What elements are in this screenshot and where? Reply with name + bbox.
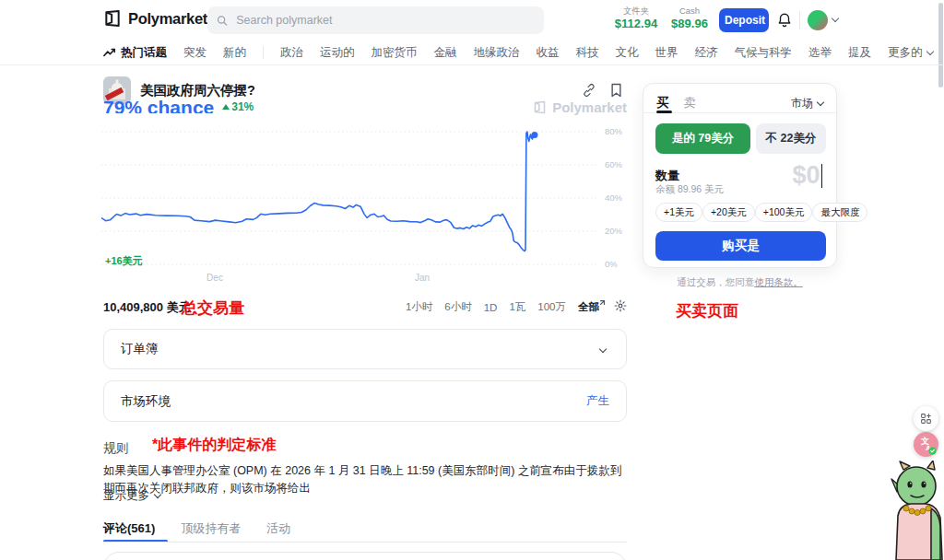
cash-label: Cash <box>669 6 710 16</box>
portfolio-label: 文件夹 <box>614 6 658 16</box>
market-context-card: 市场环境 产生 <box>103 380 627 422</box>
show-more-button[interactable]: 显示更多 <box>103 488 160 504</box>
nav-item[interactable]: 提及 <box>848 45 871 61</box>
timeframe-group: 1小时6小时1D1瓦100万全部 <box>406 300 599 314</box>
timeframe-button[interactable]: 100万 <box>537 300 566 314</box>
translate-widget-button[interactable]: 文 A <box>914 432 938 457</box>
quick-amount-chip[interactable]: 最大限度 <box>812 203 867 222</box>
chart-watermark: Polymarket <box>533 99 627 115</box>
price-chart[interactable]: 0%20%40%60%80%DecJan <box>101 118 629 287</box>
chart-settings-gear-icon[interactable] <box>614 299 627 312</box>
sell-tab[interactable]: 卖 <box>684 95 697 111</box>
chance-change-value: 31% <box>231 100 254 113</box>
nav-category-list: 政治运动的加密货币金融地缘政治收益科技文化世界经济气候与科学选举提及 <box>280 45 871 61</box>
portfolio-balance[interactable]: 文件夹 $112.94 <box>614 6 658 31</box>
nav-item[interactable]: 文化 <box>616 45 639 61</box>
timeframe-button[interactable]: 1小时 <box>406 300 432 314</box>
search-bar[interactable] <box>207 6 544 34</box>
comment-input[interactable] <box>103 552 627 560</box>
nav-item[interactable]: 经济 <box>695 45 718 61</box>
order-book-chevron-down-icon[interactable] <box>599 345 607 353</box>
trade-panel: 买 卖 市场 是的 79美分 不 22美分 数量 余额 89.96 美元 $0 … <box>643 83 837 268</box>
buy-tab-underline <box>656 111 672 113</box>
volume-row: 10,409,800 美元 总交易量 1小时6小时1D1瓦100万全部 <box>103 298 627 316</box>
top-header: Polymarket 文件夹 $112.94 Cash $89.96 Depos… <box>0 0 944 41</box>
search-input[interactable] <box>234 13 535 28</box>
deposit-button[interactable]: Deposit <box>719 8 769 32</box>
nav-item-trending[interactable]: 热门话题 <box>103 45 167 61</box>
nav-item[interactable]: 加密货币 <box>372 45 418 61</box>
tabs-border <box>103 542 627 542</box>
no-price-button[interactable]: 不 22美分 <box>756 123 826 154</box>
polymarket-watermark-icon <box>533 100 547 114</box>
tab-activity[interactable]: 活动 <box>266 520 290 537</box>
cash-balance[interactable]: Cash $89.96 <box>669 6 710 31</box>
order-book-card[interactable]: 订单簿 <box>103 329 627 369</box>
nav-item[interactable]: 突发 <box>183 45 206 61</box>
bookmark-icon[interactable] <box>609 83 623 98</box>
tab-top-holders[interactable]: 顶级持有者 <box>181 520 241 537</box>
expand-chart-icon[interactable] <box>594 299 606 311</box>
y-axis-tick: 0% <box>605 259 618 269</box>
account-chevron-down-icon[interactable] <box>832 15 839 22</box>
notifications-bell-icon[interactable] <box>776 11 793 29</box>
mascot-character <box>891 461 944 560</box>
buy-tab[interactable]: 买 <box>656 95 669 111</box>
nav-item[interactable]: 科技 <box>576 45 599 61</box>
quick-amount-chip[interactable]: +100美元 <box>755 203 813 222</box>
price-chart-svg[interactable]: 0%20%40%60%80%DecJan <box>101 118 629 287</box>
widget-apps-button[interactable] <box>914 406 938 431</box>
trade-tabs-divider <box>643 112 836 113</box>
watermark-text: Polymarket <box>552 99 627 115</box>
price-line-endpoint-dot <box>531 132 537 138</box>
tab-comments[interactable]: 评论(561) <box>103 520 155 537</box>
annotation-volume: 总交易量 <box>182 298 244 319</box>
yes-price-button[interactable]: 是的 79美分 <box>655 123 750 154</box>
terms-link[interactable]: 使用条款。 <box>754 276 803 287</box>
order-type-dropdown[interactable]: 市场 <box>791 96 823 111</box>
nav-item[interactable]: 选举 <box>808 45 832 61</box>
timeframe-button[interactable]: 6小时 <box>444 300 471 314</box>
nav-item[interactable]: 运动的 <box>320 45 355 61</box>
portfolio-value: $112.94 <box>614 16 658 31</box>
quick-amount-chips: +1美元+20美元+100美元最大限度 <box>655 203 824 222</box>
nav-item[interactable]: 气候与科学 <box>735 45 793 61</box>
annotation-trade-panel: 买卖页面 <box>676 300 738 321</box>
amount-label: 数量 <box>655 168 679 184</box>
terms-prefix: 通过交易，您同意 <box>677 276 754 287</box>
trending-icon <box>103 47 116 58</box>
text-cursor <box>821 164 823 188</box>
chance-value: 79% chance <box>103 98 214 113</box>
discussion-tabs: 评论(561) 顶级持有者 活动 <box>103 520 290 537</box>
nav-item[interactable]: 新的 <box>223 45 246 61</box>
category-nav: 热门话题 突发新的 政治运动的加密货币金融地缘政治收益科技文化世界经济气候与科学… <box>0 41 944 65</box>
timeframe-button[interactable]: 1瓦 <box>509 300 525 314</box>
balance-label: 余额 89.96 美元 <box>655 183 724 196</box>
chevron-down-icon <box>817 98 824 105</box>
buy-yes-cta-button[interactable]: 购买是 <box>655 231 826 261</box>
quick-amount-chip[interactable]: +1美元 <box>655 203 702 222</box>
nav-item[interactable]: 收益 <box>537 45 560 61</box>
brand-name: Polymarket <box>128 10 207 28</box>
amount-input[interactable]: $0 <box>792 161 822 190</box>
copy-link-icon[interactable] <box>582 83 596 98</box>
terms-notice: 通过交易，您同意使用条款。 <box>643 276 837 289</box>
rules-body: 如果美国人事管理办公室 (OPM) 在 2026 年 1 月 31 日晚上 11… <box>103 462 627 498</box>
nav-featured-label: 热门话题 <box>121 45 167 61</box>
quick-amount-chip[interactable]: +20美元 <box>702 203 755 222</box>
nav-divider <box>263 46 264 59</box>
timeframe-button[interactable]: 1D <box>484 302 498 313</box>
chevron-down-icon <box>154 491 161 498</box>
avatar[interactable] <box>808 10 828 30</box>
nav-pre-list: 突发新的 <box>183 45 246 61</box>
polymarket-page: Polymarket 文件夹 $112.94 Cash $89.96 Depos… <box>0 0 944 560</box>
nav-item[interactable]: 地缘政治 <box>474 45 520 61</box>
generate-context-link[interactable]: 产生 <box>586 393 609 409</box>
brand-logo[interactable]: Polymarket <box>103 9 207 28</box>
nav-more-button[interactable]: 更多的 <box>888 45 933 61</box>
chance-display: 79% chance 31% <box>103 98 254 113</box>
nav-item[interactable]: 世界 <box>655 45 678 61</box>
nav-item[interactable]: 金融 <box>434 45 457 61</box>
nav-item[interactable]: 政治 <box>280 45 303 61</box>
y-axis-tick: 60% <box>605 159 623 169</box>
